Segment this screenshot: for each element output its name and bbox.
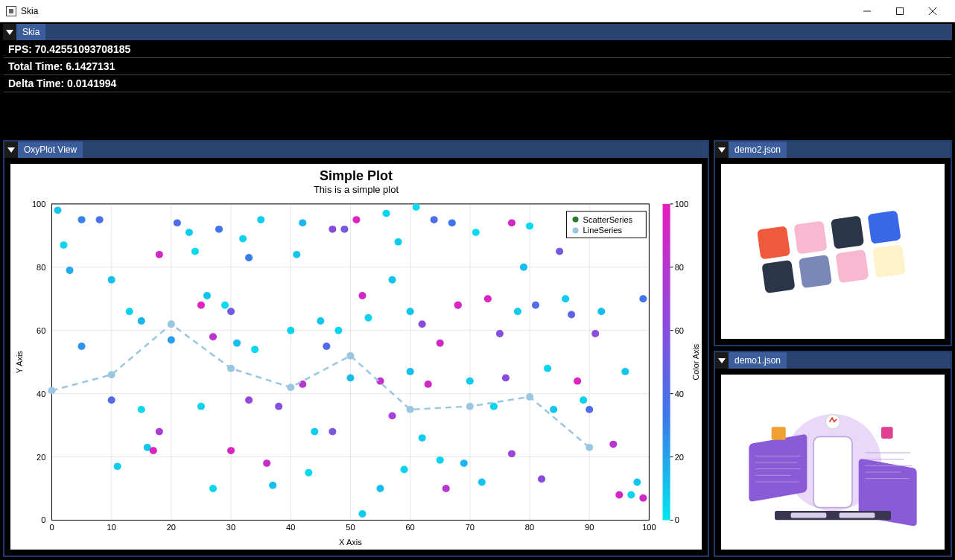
svg-point-64 bbox=[197, 302, 205, 309]
svg-point-88 bbox=[323, 343, 330, 350]
color-swatch bbox=[831, 215, 864, 249]
svg-point-129 bbox=[520, 264, 527, 271]
svg-point-89 bbox=[329, 226, 336, 233]
svg-point-80 bbox=[275, 403, 282, 410]
close-button[interactable] bbox=[916, 1, 949, 22]
svg-text:20: 20 bbox=[167, 523, 176, 532]
svg-text:0: 0 bbox=[675, 516, 679, 525]
svg-text:40: 40 bbox=[286, 523, 295, 532]
maximize-button[interactable] bbox=[883, 1, 916, 22]
svg-point-63 bbox=[197, 403, 205, 410]
svg-point-82 bbox=[293, 251, 300, 258]
svg-point-71 bbox=[227, 447, 235, 454]
panel-toggle-icon[interactable] bbox=[4, 141, 18, 158]
svg-text:20: 20 bbox=[675, 453, 684, 462]
demo1-content[interactable] bbox=[721, 375, 945, 550]
svg-text:80: 80 bbox=[675, 263, 684, 272]
svg-marker-4 bbox=[6, 30, 13, 35]
tab-demo2[interactable]: demo2.json bbox=[729, 141, 787, 158]
svg-point-146 bbox=[627, 491, 635, 499]
svg-text:60: 60 bbox=[675, 326, 684, 335]
svg-point-102 bbox=[389, 412, 396, 419]
minimize-button[interactable] bbox=[851, 1, 883, 22]
svg-point-137 bbox=[568, 311, 575, 319]
svg-point-135 bbox=[556, 248, 563, 255]
svg-point-150 bbox=[48, 386, 55, 394]
svg-point-131 bbox=[532, 302, 539, 309]
svg-point-83 bbox=[299, 219, 306, 226]
svg-point-86 bbox=[311, 428, 318, 436]
svg-point-155 bbox=[346, 352, 354, 360]
svg-point-112 bbox=[437, 340, 444, 347]
demo2-content[interactable] bbox=[721, 164, 945, 339]
svg-point-77 bbox=[257, 216, 264, 223]
svg-point-109 bbox=[419, 434, 426, 442]
svg-point-52 bbox=[126, 308, 133, 315]
svg-point-100 bbox=[383, 210, 390, 217]
svg-text:80: 80 bbox=[37, 263, 45, 272]
svg-point-90 bbox=[329, 428, 336, 436]
svg-point-68 bbox=[215, 226, 223, 233]
svg-point-149 bbox=[639, 295, 647, 302]
svg-point-46 bbox=[78, 343, 86, 350]
tab-skia[interactable]: Skia bbox=[16, 24, 45, 40]
svg-text:Y Axis: Y Axis bbox=[15, 351, 24, 373]
svg-point-141 bbox=[591, 330, 599, 337]
svg-point-157 bbox=[466, 403, 474, 410]
svg-point-145 bbox=[621, 368, 629, 375]
panel-toggle-icon[interactable] bbox=[715, 141, 729, 158]
color-swatch bbox=[757, 226, 790, 259]
svg-point-67 bbox=[209, 485, 217, 492]
svg-point-96 bbox=[358, 510, 366, 518]
svg-point-75 bbox=[245, 254, 253, 261]
svg-text:Color Axis: Color Axis bbox=[691, 343, 700, 380]
svg-point-134 bbox=[550, 406, 557, 413]
svg-point-126 bbox=[508, 219, 515, 226]
svg-point-105 bbox=[407, 308, 414, 315]
svg-point-121 bbox=[478, 479, 486, 486]
color-swatch bbox=[799, 254, 832, 287]
svg-rect-190 bbox=[881, 427, 893, 439]
svg-point-148 bbox=[639, 494, 647, 502]
svg-rect-160 bbox=[663, 204, 670, 521]
color-swatch bbox=[872, 244, 906, 278]
plot-area[interactable]: Simple Plot This is a simple plot 010203… bbox=[10, 164, 702, 550]
tab-demo1[interactable]: demo1.json bbox=[729, 352, 787, 369]
svg-point-117 bbox=[454, 302, 462, 309]
svg-point-47 bbox=[78, 216, 86, 223]
svg-point-45 bbox=[66, 267, 73, 274]
svg-marker-179 bbox=[718, 147, 726, 153]
svg-point-99 bbox=[376, 485, 384, 492]
svg-point-136 bbox=[562, 295, 569, 302]
svg-point-93 bbox=[346, 374, 354, 381]
panel-toggle-icon[interactable] bbox=[715, 352, 729, 369]
svg-point-189 bbox=[825, 414, 840, 428]
svg-point-92 bbox=[340, 226, 348, 233]
svg-text:100: 100 bbox=[32, 200, 46, 209]
svg-point-143 bbox=[609, 441, 617, 448]
svg-point-72 bbox=[233, 340, 241, 347]
svg-rect-184 bbox=[813, 436, 852, 507]
tab-oxyplot[interactable]: OxyPlot View bbox=[18, 141, 83, 158]
window-titlebar: Skia bbox=[0, 0, 955, 22]
svg-point-118 bbox=[460, 459, 468, 467]
svg-point-154 bbox=[287, 384, 294, 391]
delta-time-stat: Delta Time: 0.0141994 bbox=[4, 75, 951, 92]
svg-text:40: 40 bbox=[37, 389, 45, 398]
svg-point-101 bbox=[389, 276, 396, 284]
panel-toggle-icon[interactable] bbox=[3, 24, 16, 40]
svg-point-130 bbox=[526, 223, 533, 230]
svg-point-85 bbox=[305, 469, 312, 477]
svg-point-158 bbox=[526, 393, 533, 401]
svg-point-103 bbox=[395, 238, 402, 246]
svg-text:100: 100 bbox=[675, 200, 689, 209]
total-time-stat: Total Time: 6.1427131 bbox=[4, 58, 951, 75]
svg-point-177 bbox=[573, 227, 579, 233]
svg-point-127 bbox=[508, 450, 515, 457]
svg-point-53 bbox=[138, 406, 145, 413]
svg-point-48 bbox=[96, 216, 104, 223]
svg-point-159 bbox=[586, 444, 593, 451]
svg-text:40: 40 bbox=[675, 389, 684, 398]
svg-marker-5 bbox=[7, 147, 15, 153]
svg-point-94 bbox=[352, 216, 360, 223]
